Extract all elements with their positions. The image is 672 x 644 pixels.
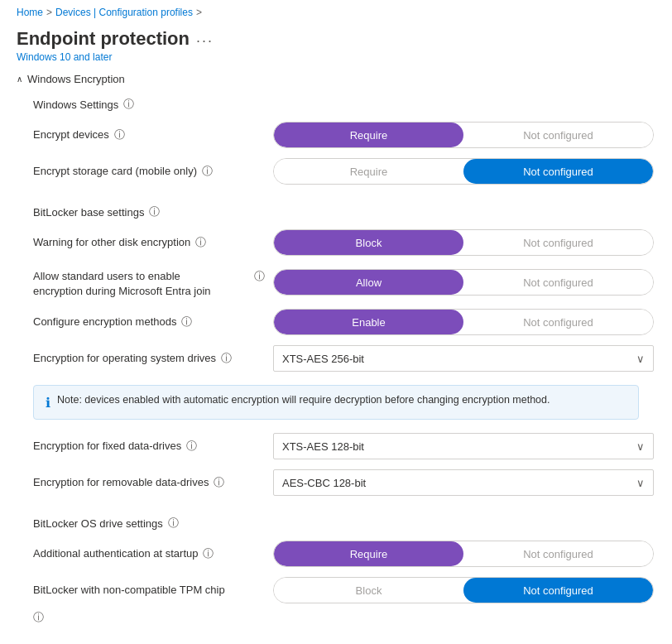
subsection-windows-settings: Windows Settings ⓘ [33, 97, 655, 112]
breadcrumb-sep2: > [196, 7, 202, 18]
os-drives-value: XTS-AES 256-bit [282, 353, 364, 365]
encrypt-devices-option-notconfigured[interactable]: Not configured [463, 123, 653, 147]
allow-standard-info-icon[interactable]: ⓘ [254, 269, 265, 284]
encrypt-storage-info-icon[interactable]: ⓘ [202, 164, 213, 179]
info-box-text: Note: devices enabled with automatic enc… [57, 394, 550, 406]
windows-settings-info-icon[interactable]: ⓘ [123, 97, 134, 112]
fixed-drives-chevron-icon: ∨ [636, 440, 645, 453]
encrypt-devices-row: Encrypt devices ⓘ Require Not configured [17, 117, 655, 153]
non-compatible-tpm-row: BitLocker with non-compatible TPM chip B… [17, 572, 655, 608]
additional-auth-label: Additional authentication at startup ⓘ [33, 546, 265, 561]
non-compatible-tpm-option-block[interactable]: Block [274, 578, 463, 603]
collapse-icon[interactable]: ∧ [17, 74, 22, 84]
page-subtitle: Windows 10 and later [17, 51, 655, 63]
os-drives-label: Encryption for operating system drives ⓘ [33, 351, 265, 366]
encryption-info-box: ℹ Note: devices enabled with automatic e… [33, 385, 639, 420]
additional-auth-option-require[interactable]: Require [274, 541, 463, 566]
os-drives-chevron-icon: ∨ [636, 353, 645, 365]
encrypt-storage-option-notconfigured[interactable]: Not configured [463, 159, 653, 184]
encrypt-storage-option-require[interactable]: Require [274, 159, 463, 184]
warning-disk-option-block[interactable]: Block [274, 230, 463, 255]
configure-encryption-option-enable[interactable]: Enable [274, 310, 463, 334]
encrypt-storage-label: Encrypt storage card (mobile only) ⓘ [33, 164, 265, 179]
configure-encryption-toggle[interactable]: Enable Not configured [273, 309, 654, 335]
warning-disk-toggle[interactable]: Block Not configured [273, 229, 654, 256]
removable-drives-info-icon[interactable]: ⓘ [214, 475, 224, 490]
additional-auth-option-notconfigured[interactable]: Not configured [463, 541, 653, 566]
subsection-bitlocker-os: BitLocker OS drive settings ⓘ [33, 516, 655, 531]
non-compatible-tpm-info-icon[interactable]: ⓘ [33, 611, 44, 623]
fixed-drives-info-icon[interactable]: ⓘ [186, 439, 197, 454]
warning-disk-row: Warning for other disk encryption ⓘ Bloc… [17, 224, 655, 261]
bitlocker-os-info-icon[interactable]: ⓘ [168, 516, 179, 531]
allow-standard-toggle[interactable]: Allow Not configured [273, 269, 654, 296]
removable-drives-dropdown-container: AES-CBC 128-bit ∨ [273, 469, 654, 496]
warning-disk-option-notconfigured[interactable]: Not configured [463, 230, 653, 255]
encrypt-devices-info-icon[interactable]: ⓘ [114, 127, 125, 142]
configure-encryption-label: Configure encryption methods ⓘ [33, 315, 265, 329]
encrypt-devices-option-require[interactable]: Require [274, 123, 463, 147]
removable-drives-row: Encryption for removable data-drives ⓘ A… [17, 464, 655, 501]
encrypt-storage-toggle[interactable]: Require Not configured [273, 158, 654, 185]
bitlocker-base-info-icon[interactable]: ⓘ [149, 204, 160, 219]
removable-drives-label: Encryption for removable data-drives ⓘ [33, 475, 265, 490]
additional-auth-info-icon[interactable]: ⓘ [203, 546, 214, 561]
additional-auth-row: Additional authentication at startup ⓘ R… [17, 536, 655, 572]
configure-encryption-option-notconfigured[interactable]: Not configured [463, 310, 653, 334]
ellipsis-menu-button[interactable]: ... [196, 29, 214, 46]
os-drives-dropdown[interactable]: XTS-AES 256-bit ∨ [273, 345, 654, 372]
allow-standard-label: Allow standard users to enable encryptio… [33, 266, 265, 299]
fixed-drives-value: XTS-AES 128-bit [282, 440, 364, 453]
allow-standard-option-allow[interactable]: Allow [274, 270, 463, 295]
section-label: Windows Encryption [27, 73, 125, 85]
breadcrumb-home[interactable]: Home [17, 7, 43, 18]
non-compatible-tpm-label: BitLocker with non-compatible TPM chip [33, 583, 265, 598]
additional-auth-toggle[interactable]: Require Not configured [273, 541, 654, 567]
fixed-drives-row: Encryption for fixed data-drives ⓘ XTS-A… [17, 428, 655, 464]
allow-standard-option-notconfigured[interactable]: Not configured [463, 270, 653, 295]
warning-disk-label: Warning for other disk encryption ⓘ [33, 235, 265, 250]
non-compatible-tpm-toggle[interactable]: Block Not configured [273, 577, 654, 603]
allow-standard-row: Allow standard users to enable encryptio… [17, 261, 655, 304]
encrypt-storage-row: Encrypt storage card (mobile only) ⓘ Req… [17, 153, 655, 190]
fixed-drives-dropdown[interactable]: XTS-AES 128-bit ∨ [273, 433, 654, 459]
removable-drives-value: AES-CBC 128-bit [282, 477, 366, 489]
os-drives-info-icon[interactable]: ⓘ [221, 351, 232, 366]
encrypt-devices-toggle[interactable]: Require Not configured [273, 122, 654, 148]
configure-encryption-row: Configure encryption methods ⓘ Enable No… [17, 304, 655, 340]
non-compatible-tpm-option-notconfigured[interactable]: Not configured [463, 578, 653, 603]
encrypt-devices-label: Encrypt devices ⓘ [33, 127, 265, 142]
removable-drives-dropdown[interactable]: AES-CBC 128-bit ∨ [273, 469, 654, 496]
removable-drives-chevron-icon: ∨ [636, 477, 645, 489]
fixed-drives-dropdown-container: XTS-AES 128-bit ∨ [273, 433, 654, 459]
configure-encryption-info-icon[interactable]: ⓘ [181, 315, 192, 329]
subsection-bitlocker-base: BitLocker base settings ⓘ [33, 204, 655, 219]
breadcrumb: Home > Devices | Configuration profiles … [17, 0, 655, 22]
fixed-drives-label: Encryption for fixed data-drives ⓘ [33, 439, 265, 454]
page-title: Endpoint protection [17, 28, 190, 50]
breadcrumb-devices-profiles[interactable]: Devices | Configuration profiles [55, 7, 193, 18]
os-drives-dropdown-container: XTS-AES 256-bit ∨ [273, 345, 654, 372]
info-box-icon: ℹ [46, 395, 50, 411]
breadcrumb-sep1: > [46, 7, 52, 18]
os-drives-row: Encryption for operating system drives ⓘ… [17, 340, 655, 377]
warning-disk-info-icon[interactable]: ⓘ [195, 235, 206, 250]
section-windows-encryption: ∧ Windows Encryption [17, 73, 655, 85]
